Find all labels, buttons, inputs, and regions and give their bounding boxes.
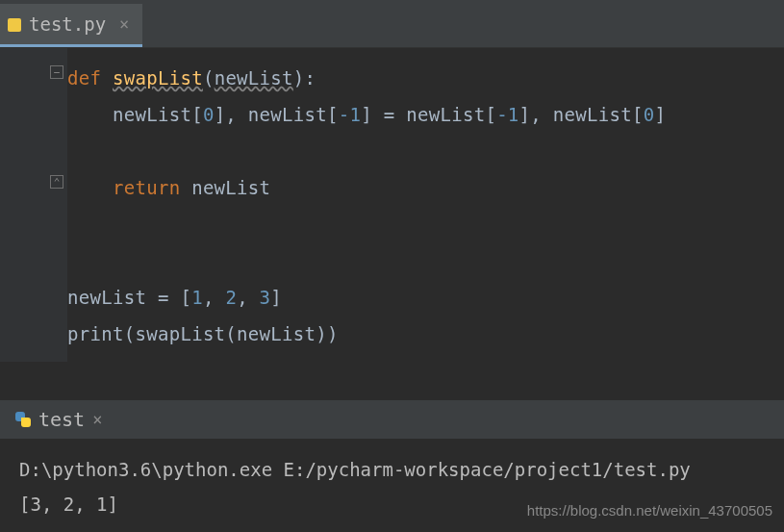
fold-end-icon[interactable]: ⌃: [50, 175, 63, 189]
keyword-return: return: [67, 177, 191, 198]
keyword-def: def: [67, 67, 113, 89]
parameter: newList: [215, 67, 293, 89]
run-tab[interactable]: test ×: [6, 402, 112, 437]
python-icon: [15, 412, 31, 427]
editor-tab-test-py[interactable]: test.py ×: [0, 4, 142, 47]
editor-tab-bar: test.py ×: [0, 0, 784, 48]
watermark: https://blog.csdn.net/weixin_43700505: [527, 494, 772, 528]
console-command-line: D:\python3.6\python.exe E:/pycharm-works…: [19, 452, 765, 487]
console-output[interactable]: D:\python3.6\python.exe E:/pycharm-works…: [0, 439, 784, 532]
divider: [0, 362, 784, 400]
tab-filename: test.py: [29, 13, 106, 35]
fold-icon[interactable]: −: [50, 65, 63, 79]
builtin-print: print: [67, 323, 124, 344]
code-content[interactable]: def swapList(newList): newList[0], newLi…: [67, 48, 666, 362]
run-config-name: test: [38, 408, 85, 431]
function-name: swapList: [113, 67, 203, 89]
run-tab-bar: test ×: [0, 400, 784, 439]
close-icon[interactable]: ×: [119, 14, 129, 34]
close-icon[interactable]: ×: [92, 410, 102, 429]
python-file-icon: [8, 18, 21, 32]
editor-area[interactable]: − ⌃ def swapList(newList): newList[0], n…: [0, 48, 784, 362]
gutter: − ⌃: [0, 48, 67, 362]
